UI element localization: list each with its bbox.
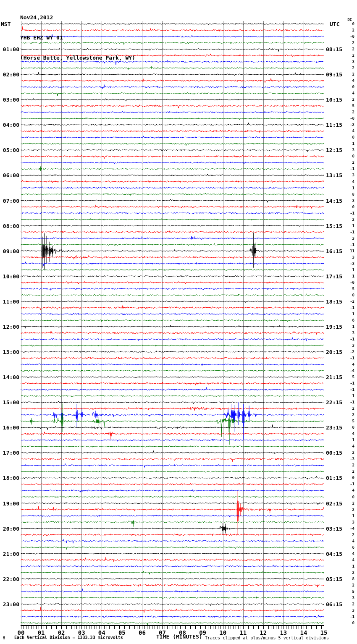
dc-offset-value: 1: [341, 564, 354, 568]
dc-offset-value: 2: [341, 470, 354, 474]
dc-offset-value: 4: [341, 558, 354, 562]
dc-offset-value: 3: [341, 60, 354, 64]
title-location: (Horse Butte, Yellowstone Park, WY): [20, 55, 135, 61]
hour-label-mst: 08:00: [0, 223, 19, 228]
title-block: Nov24,2012 YHB EHZ WY 01 (Horse Butte, Y…: [20, 1, 135, 75]
dc-offset-value: 5: [341, 589, 354, 593]
title-date: Nov24,2012: [20, 14, 135, 21]
hour-label-mst: 11:00: [0, 298, 19, 304]
hour-label-mst: 10:00: [0, 273, 19, 279]
dc-offset-value: 6: [341, 318, 354, 322]
dc-offset-value: -1: [341, 401, 354, 404]
dc-offset-value: -1: [341, 306, 354, 309]
dc-offset-value: -0: [341, 35, 354, 39]
clip-note: Traces clipped at plus/minus 5 vertical …: [205, 636, 329, 640]
dc-offset-value: 0: [341, 22, 354, 26]
hour-label-mst: 01:00: [0, 47, 19, 52]
dc-offset-value: 2: [341, 110, 354, 114]
dc-offset-value: 0: [341, 293, 354, 297]
x-axis-title: TIME (MINUTES): [156, 634, 202, 640]
dc-offset-value: 0: [341, 205, 354, 209]
dc-offset-value: 3: [341, 255, 354, 259]
dc-offset-value: -1: [341, 167, 354, 171]
dc-offset-value: 2: [341, 501, 354, 505]
dc-offset-value: 0: [341, 621, 354, 625]
dc-offset-value: 3: [341, 596, 354, 599]
dc-offset-value: 4: [341, 489, 354, 492]
minute-tick-label: 12: [253, 629, 273, 636]
hour-label-mst: 13:00: [0, 349, 19, 355]
hour-label-mst: 14:00: [0, 374, 19, 380]
dc-offset-value: 2: [341, 47, 354, 51]
dc-offset-value: 4: [341, 92, 354, 95]
dc-offset-value: -1: [341, 211, 354, 215]
scale-note: Each Vertical Division = 1333.33 microvo…: [14, 635, 123, 640]
dc-offset-value: 8: [341, 577, 354, 581]
minute-tick-label: 10: [213, 629, 233, 636]
minute-tick-label: 11: [233, 629, 253, 636]
dc-offset-value: 0: [341, 476, 354, 480]
dc-offset-value: -1: [341, 382, 354, 385]
dc-offset-value: 1: [341, 438, 354, 442]
dc-offset-value: 2: [341, 98, 354, 102]
dc-offset-value: -0: [341, 117, 354, 120]
hour-label-mst: 18:00: [0, 475, 19, 481]
dc-offset-value: -4: [341, 369, 354, 373]
hour-label-mst: 19:00: [0, 500, 19, 506]
hour-label-mst: 07:00: [0, 198, 19, 203]
dc-offset-value: 2: [341, 602, 354, 606]
dc-offset-value: 4: [341, 432, 354, 436]
dc-offset-value: 5: [341, 287, 354, 291]
dc-offset-value: 1: [341, 274, 354, 278]
dc-offset-value: 2: [341, 413, 354, 417]
dc-offset-value: 2: [341, 451, 354, 455]
dc-offset-value: 4: [341, 363, 354, 367]
dc-offset-value: -1: [341, 615, 354, 618]
dc-offset-value: 6: [341, 545, 354, 549]
dc-offset-value: 0: [341, 85, 354, 89]
dc-offset-value: 2: [341, 66, 354, 70]
hour-label-mst: 17:00: [0, 450, 19, 456]
dc-offset-value: 1: [341, 394, 354, 398]
dc-offset-value: -1: [341, 388, 354, 392]
dc-offset-value: 4: [341, 79, 354, 83]
dc-offset-value: 4: [341, 552, 354, 555]
dc-offset-value: 1: [341, 268, 354, 272]
dc-offset-value: 1: [341, 325, 354, 328]
dc-offset-value: 3: [341, 331, 354, 335]
dc-offset-value: -2: [341, 123, 354, 127]
dc-offset-value: 2: [341, 217, 354, 221]
seismogram-canvas: [0, 0, 357, 644]
hour-label-mst: 23:00: [0, 601, 19, 607]
dc-offset-value: 2: [341, 41, 354, 45]
hour-label-mst: 04:00: [0, 122, 19, 128]
dc-offset-value: 5: [341, 375, 354, 379]
dc-offset-value: 3: [341, 148, 354, 152]
dc-offset-value: 2: [341, 583, 354, 587]
dc-offset-value: 0: [341, 495, 354, 499]
dc-offset-value: 1: [341, 186, 354, 190]
dc-offset-value: 2: [341, 29, 354, 32]
hour-label-mst: 15:00: [0, 400, 19, 405]
dc-offset-value: 5: [341, 419, 354, 423]
dc-offset-value: 3: [341, 608, 354, 612]
dc-offset-value: 0: [341, 136, 354, 139]
dc-offset-value: 4: [341, 445, 354, 448]
dc-offset-value: 8: [341, 192, 354, 196]
dc-offset-value: 4: [341, 129, 354, 133]
dc-offset-value: 0: [341, 426, 354, 429]
dc-offset-value: 3: [341, 199, 354, 202]
minute-tick-label: 06: [132, 629, 152, 636]
dc-offset-value: 1: [341, 514, 354, 518]
dc-offset-value: -3: [341, 457, 354, 461]
dc-offset-value: 2: [341, 571, 354, 574]
dc-offset-value: 2: [341, 407, 354, 411]
hour-label-mst: 16:00: [0, 425, 19, 430]
dc-offset-value: 0: [341, 154, 354, 158]
dc-offset-value: 2: [341, 161, 354, 165]
dc-offset-value: 2: [341, 54, 354, 58]
hour-label-mst: 05:00: [0, 147, 19, 153]
hour-label-mst: 20:00: [0, 526, 19, 531]
helicorder-page: Nov24,2012 YHB EHZ WY 01 (Horse Butte, Y…: [0, 0, 357, 644]
dc-offset-value: 1: [341, 142, 354, 146]
